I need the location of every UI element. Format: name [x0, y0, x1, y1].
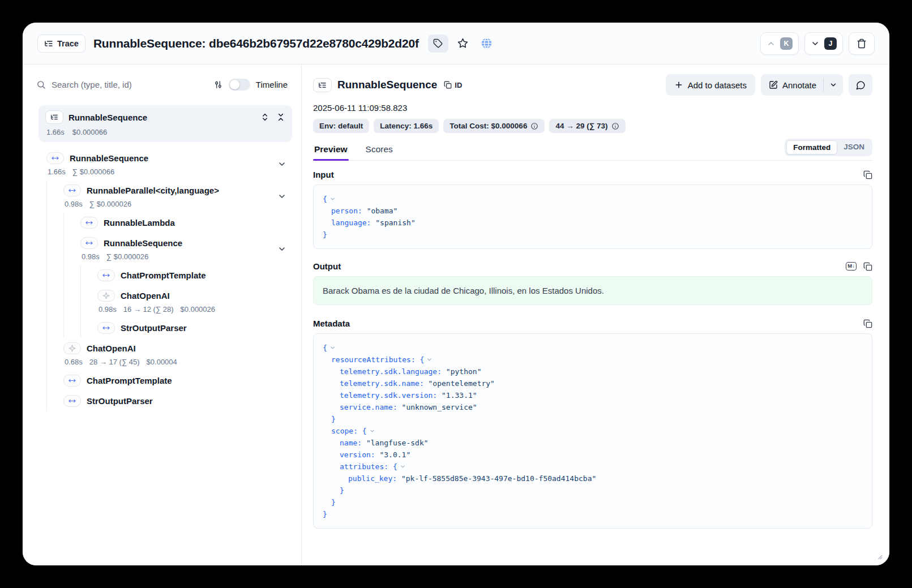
span-name: ChatOpenAI — [87, 344, 136, 353]
span-name: StrOutputParser — [121, 323, 187, 333]
trace-root-name: RunnableSequence — [68, 113, 147, 122]
json-line: } — [323, 496, 863, 508]
collapse-chevron-icon[interactable] — [369, 428, 375, 434]
star-icon[interactable] — [454, 35, 472, 53]
comment-bubble-icon — [856, 80, 866, 90]
json-line: person: "obama" — [323, 205, 863, 217]
formatted-option[interactable]: Formatted — [786, 140, 837, 154]
tab-preview[interactable]: Preview — [313, 141, 349, 160]
add-to-datasets-button[interactable]: Add to datasets — [666, 74, 755, 96]
copy-id-button[interactable]: ID — [444, 81, 462, 89]
span-tree-row[interactable]: StrOutputParser — [63, 390, 301, 411]
copy-icon[interactable] — [863, 319, 872, 328]
output-text: Barack Obama es de la ciudad de Chicago,… — [313, 276, 872, 305]
markdown-toggle-icon[interactable]: M↓ — [846, 262, 857, 270]
tab-scores[interactable]: Scores — [365, 141, 394, 160]
collapse-chevron-icon[interactable] — [426, 357, 433, 363]
copy-icon[interactable] — [863, 170, 872, 179]
span-name: RunnableSequence — [104, 238, 182, 248]
total-cost-badge[interactable]: Total Cost: $0.000066 — [443, 119, 545, 133]
list-tree-icon — [44, 39, 53, 48]
output-section-title: Output — [313, 261, 341, 271]
copy-icon[interactable] — [863, 262, 872, 271]
span-icon — [63, 395, 81, 407]
search-icon — [36, 80, 46, 89]
span-icon — [80, 237, 98, 249]
json-line: } — [323, 508, 863, 520]
shortcut-key-badge: J — [824, 37, 837, 50]
edit-pen-icon — [769, 80, 778, 89]
search-input[interactable] — [52, 80, 208, 89]
chevron-down-icon[interactable] — [277, 192, 286, 201]
json-line: } — [323, 229, 863, 241]
span-name: RunnableSequence — [70, 153, 148, 163]
delete-trace-button[interactable] — [849, 32, 875, 55]
info-icon — [530, 122, 538, 130]
token-usage-badge[interactable]: 44 → 29 (∑ 73) — [549, 119, 625, 133]
span-icon — [46, 152, 64, 164]
json-line: language: "spanish" — [323, 217, 863, 229]
trace-timestamp: 2025-06-11 11:09:58.823 — [313, 103, 872, 113]
collapse-chevron-icon[interactable] — [329, 345, 336, 351]
span-metrics: 0.98s∑ $0.000026 — [82, 252, 301, 261]
tag-icon[interactable] — [428, 35, 448, 53]
info-icon — [611, 122, 619, 130]
filter-sliders-icon[interactable] — [213, 80, 223, 89]
annotate-split-button: Annotate — [761, 74, 843, 96]
span-name: RunnableParallel<city,language> — [87, 186, 219, 195]
span-tree-row[interactable]: RunnableLambda — [80, 212, 301, 233]
trace-window: Trace RunnableSequence: dbe646b2b67957d2… — [23, 23, 889, 565]
next-trace-button[interactable]: J — [804, 32, 843, 55]
span-tree-row[interactable]: ChatOpenAI0.68s28 → 17 (∑ 45)$0.00004 — [63, 338, 301, 370]
span-name: ChatPromptTemplate — [87, 376, 172, 385]
span-icon — [97, 269, 115, 281]
annotate-dropdown-button[interactable] — [824, 74, 843, 96]
root-latency: 1.66s — [46, 128, 65, 136]
span-tree-row[interactable]: RunnableParallel<city,language>0.98s∑ $0… — [63, 180, 301, 212]
window-header: Trace RunnableSequence: dbe646b2b67957d2… — [23, 23, 889, 65]
json-line: telemetry.sdk.name: "opentelemetry" — [323, 377, 863, 389]
trace-root-row[interactable]: RunnableSequence 1.66s $0.000066 — [38, 105, 292, 142]
span-icon — [63, 375, 81, 387]
json-line: { — [323, 342, 863, 354]
span-tree-row[interactable]: RunnableSequence1.66s∑ $0.000066 — [46, 148, 301, 180]
page-title: RunnableSequence: dbe646b2b67957d22e8780… — [93, 37, 419, 50]
format-toggle: Formatted JSON — [785, 139, 872, 156]
metadata-section-title: Metadata — [313, 319, 350, 328]
json-line: resourceAttributes: { — [323, 354, 863, 366]
globe-icon[interactable] — [478, 35, 496, 53]
span-tree-group: ChatPromptTemplateChatOpenAI0.98s16 → 12… — [80, 265, 301, 338]
env-badge: Env: default — [313, 119, 369, 133]
input-section-title: Input — [313, 170, 334, 179]
json-option[interactable]: JSON — [837, 140, 871, 154]
generation-icon — [63, 342, 81, 354]
shortcut-key-badge: K — [780, 37, 793, 50]
span-tree-row[interactable]: StrOutputParser — [97, 317, 301, 338]
span-tree-row[interactable]: ChatPromptTemplate — [97, 265, 301, 285]
metadata-json-viewer: {resourceAttributes: {telemetry.sdk.lang… — [313, 333, 872, 529]
span-metrics: 1.66s∑ $0.000066 — [48, 168, 301, 176]
resize-handle[interactable] — [876, 553, 883, 560]
span-tree-row[interactable]: ChatPromptTemplate — [63, 370, 301, 390]
annotate-button[interactable]: Annotate — [761, 74, 823, 96]
collapse-chevron-icon[interactable] — [400, 463, 406, 470]
trace-root-metrics: 1.66s $0.000066 — [45, 128, 285, 136]
comments-button[interactable] — [849, 74, 872, 96]
copy-icon — [444, 81, 452, 89]
chevron-down-icon[interactable] — [277, 160, 286, 169]
chevron-down-icon[interactable] — [277, 244, 286, 254]
span-tree-row[interactable]: RunnableSequence0.98s∑ $0.000026 — [80, 233, 301, 265]
trace-badge-label: Trace — [57, 39, 79, 48]
previous-trace-button[interactable]: K — [760, 32, 799, 55]
span-name: ChatPromptTemplate — [121, 271, 206, 280]
span-tree: RunnableSequence1.66s∑ $0.000066Runnable… — [46, 148, 301, 411]
json-line: version: "3.0.1" — [323, 449, 863, 461]
span-name: RunnableLambda — [104, 218, 175, 228]
toggle-knob — [230, 80, 239, 89]
timeline-toggle[interactable] — [229, 79, 250, 91]
expand-all-icon[interactable] — [260, 113, 269, 122]
span-tree-row[interactable]: ChatOpenAI0.98s16 → 12 (∑ 28)$0.000026 — [97, 285, 301, 317]
collapse-all-icon[interactable] — [276, 113, 285, 122]
collapse-chevron-icon[interactable] — [329, 196, 336, 202]
annotate-label: Annotate — [782, 80, 816, 90]
